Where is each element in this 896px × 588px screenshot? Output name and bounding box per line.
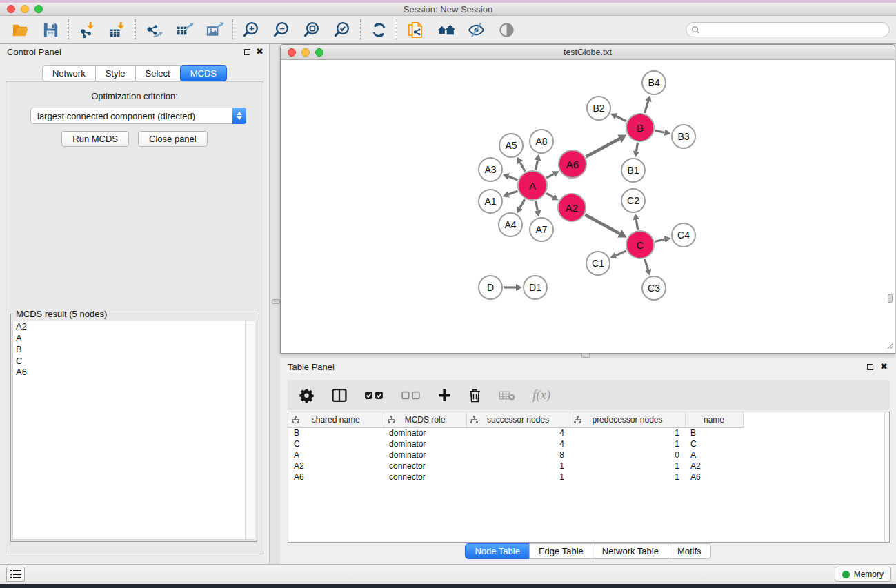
select-all-check-icon[interactable] [365, 391, 384, 400]
graph-node-B3[interactable]: B3 [671, 124, 696, 149]
export-table-icon[interactable] [174, 19, 195, 40]
graph-node-C2[interactable]: C2 [621, 188, 646, 213]
window-resize-grip[interactable] [886, 340, 894, 352]
zoom-out-icon[interactable] [271, 19, 292, 40]
save-session-icon[interactable] [40, 19, 61, 40]
table-cell[interactable]: 1 [570, 460, 685, 472]
table-cell[interactable]: connector [384, 472, 466, 483]
table-cell[interactable]: A2 [685, 460, 743, 472]
graph-node-D[interactable]: D [478, 275, 503, 300]
tab-mcds[interactable]: MCDS [180, 65, 227, 81]
table-cell[interactable]: dominator [384, 438, 466, 449]
table-close-icon[interactable]: ✖ [880, 361, 888, 372]
graph-edge-C-C3[interactable] [645, 259, 648, 270]
window-controls[interactable] [7, 5, 43, 13]
table-cell[interactable]: B [685, 427, 743, 438]
table-cell[interactable]: dominator [384, 449, 466, 460]
tab-node-table[interactable]: Node Table [465, 543, 530, 559]
graph-edge-A2-C[interactable] [585, 215, 619, 234]
table-cell[interactable]: 4 [466, 427, 570, 438]
criterion-dropdown[interactable]: largest connected component (directed) [30, 108, 246, 124]
graph-edge-B-B4[interactable] [645, 101, 648, 113]
minimize-window-icon[interactable] [21, 5, 29, 13]
table-cell[interactable]: 1 [570, 438, 685, 449]
tab-network[interactable]: Network [42, 65, 96, 81]
graph-edge-C-C1[interactable] [616, 251, 626, 256]
graph-edge-B-B1[interactable] [637, 143, 638, 152]
table-cell[interactable]: 1 [466, 460, 570, 472]
table-row[interactable]: A6connector11A6 [288, 472, 754, 483]
graph-edge-A-A2[interactable] [546, 193, 553, 197]
column-header-name[interactable]: name [685, 412, 743, 427]
graph-node-C[interactable]: C [626, 230, 655, 259]
column-header-shared-name[interactable]: shared name [288, 412, 384, 427]
float-panel-icon[interactable] [244, 49, 250, 55]
import-network-icon[interactable] [77, 19, 97, 40]
network-window-titlebar[interactable]: testGlobe.txt [281, 45, 895, 60]
node-table-grid[interactable]: shared nameMCDS rolesuccessor nodesprede… [288, 412, 754, 483]
export-image-icon[interactable] [204, 19, 225, 40]
table-cell[interactable]: 1 [466, 472, 570, 483]
table-scrollbar[interactable] [884, 412, 889, 542]
network-close-icon[interactable] [288, 48, 296, 57]
graph-node-C4[interactable]: C4 [671, 223, 696, 247]
graph-edge-A-A4[interactable] [520, 199, 525, 208]
graph-node-A5[interactable]: A5 [499, 133, 524, 158]
graph-edge-C-C4[interactable] [655, 239, 665, 241]
tab-edge-table[interactable]: Edge Table [529, 543, 593, 559]
result-item[interactable]: B [13, 344, 255, 356]
table-cell[interactable]: B [288, 427, 384, 438]
graph-edge-C-C2[interactable] [636, 220, 637, 230]
graph-node-B1[interactable]: B1 [621, 158, 646, 183]
result-scrollbar[interactable] [245, 321, 255, 539]
delete-column-icon[interactable] [468, 388, 481, 403]
show-panel-icon[interactable] [496, 19, 517, 40]
add-column-icon[interactable] [438, 389, 451, 402]
graph-node-B2[interactable]: B2 [586, 96, 611, 121]
task-history-button[interactable] [6, 567, 25, 582]
network-minimize-icon[interactable] [301, 48, 310, 57]
mcds-result-list[interactable]: A2ABCA6 [12, 321, 255, 540]
dropdown-stepper-icon[interactable] [232, 108, 246, 124]
tab-motifs[interactable]: Motifs [668, 543, 711, 559]
network-maximize-icon[interactable] [315, 48, 323, 57]
table-cell[interactable]: dominator [384, 427, 466, 438]
graph-node-A2[interactable]: A2 [557, 193, 586, 222]
zoom-selected-icon[interactable] [332, 19, 352, 40]
toggle-column-icon[interactable] [331, 388, 348, 403]
graph-node-A8[interactable]: A8 [529, 129, 554, 154]
horizontal-splitter-handle[interactable] [581, 353, 590, 358]
column-header-successor-nodes[interactable]: successor nodes [466, 412, 570, 427]
graph-node-B4[interactable]: B4 [641, 70, 666, 95]
zoom-in-icon[interactable] [241, 19, 261, 40]
open-session-icon[interactable] [10, 19, 30, 40]
graph-node-A4[interactable]: A4 [498, 212, 523, 237]
maximize-window-icon[interactable] [34, 5, 43, 13]
table-row[interactable]: Cdominator41C [288, 438, 754, 449]
network-canvas[interactable]: B4B2BB3B1A5A8A6A3AA1A4A7A2C2C4CC1C3DD1 [281, 60, 895, 353]
table-cell[interactable]: A [288, 449, 384, 460]
result-item[interactable]: C [13, 356, 255, 367]
graph-node-A[interactable]: A [517, 170, 548, 201]
graph-edge-A-A8[interactable] [536, 160, 538, 170]
settings-gear-icon[interactable] [299, 388, 314, 403]
table-cell[interactable]: 1 [570, 472, 685, 483]
graph-edge-A-A7[interactable] [536, 201, 538, 211]
close-panel-button[interactable]: Close panel [138, 131, 208, 147]
tab-style[interactable]: Style [95, 65, 136, 81]
network-window-controls[interactable] [288, 48, 323, 57]
search-input[interactable] [686, 22, 890, 37]
close-panel-icon[interactable]: ✖ [256, 46, 263, 57]
search-field[interactable] [700, 23, 889, 36]
tab-select[interactable]: Select [135, 65, 181, 81]
table-cell[interactable]: C [288, 438, 384, 449]
graph-node-D1[interactable]: D1 [523, 275, 548, 300]
graph-edge-A-A3[interactable] [508, 176, 517, 180]
column-header-MCDS-role[interactable]: MCDS role [384, 412, 466, 427]
graph-node-A7[interactable]: A7 [529, 217, 554, 242]
table-cell[interactable]: 1 [570, 427, 685, 438]
right-splitter-handle[interactable] [888, 294, 893, 303]
graph-node-A1[interactable]: A1 [478, 189, 503, 214]
table-cell[interactable]: A6 [685, 472, 743, 483]
result-item[interactable]: A2 [13, 321, 255, 333]
